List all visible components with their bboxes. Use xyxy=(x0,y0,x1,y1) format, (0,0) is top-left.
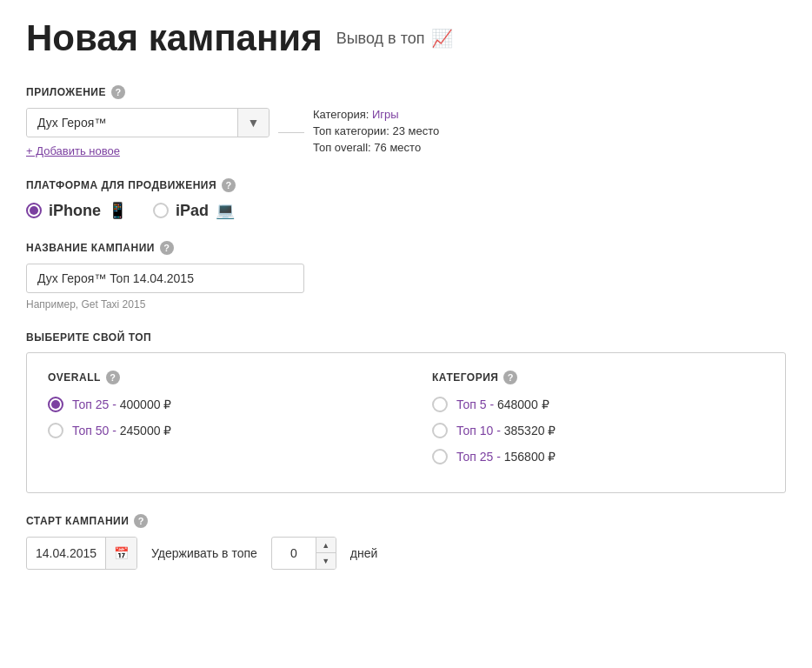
iphone-label: iPhone xyxy=(49,202,101,220)
date-input-wrapper: 📅 xyxy=(26,537,137,570)
category-top25-option[interactable]: Топ 25 - 156800 ₽ xyxy=(432,449,764,464)
platform-help-icon[interactable]: ? xyxy=(222,178,236,192)
subtitle-text: Вывод в топ xyxy=(336,30,425,48)
category-value: Игры xyxy=(372,108,399,121)
platform-label: ПЛАТФОРМА ДЛЯ ПРОДВИЖЕНИЯ ? xyxy=(26,178,786,192)
ipad-label: iPad xyxy=(176,202,209,220)
iphone-radio[interactable] xyxy=(26,203,42,218)
ipad-radio[interactable] xyxy=(153,203,169,218)
spinner-up-button[interactable]: ▲ xyxy=(316,538,336,553)
top-select-box: OVERALL ? Топ 25 - 400000 ₽ Топ 50 - 245… xyxy=(26,352,786,493)
application-label: ПРИЛОЖЕНИЕ ? xyxy=(26,85,786,99)
overall-column-label: OVERALL ? xyxy=(48,371,380,384)
category-top10-option[interactable]: Топ 10 - 385320 ₽ xyxy=(432,423,764,438)
overall-column: OVERALL ? Топ 25 - 400000 ₽ Топ 50 - 245… xyxy=(48,371,380,475)
hold-label: Удерживать в топе xyxy=(151,546,257,560)
app-select-wrapper: ▼ xyxy=(26,108,270,137)
hold-value-input[interactable] xyxy=(272,539,316,567)
platform-row: iPhone 📱 iPad 💻 xyxy=(26,201,786,220)
start-row: 📅 Удерживать в топе ▲ ▼ дней xyxy=(26,537,786,570)
spinner-buttons: ▲ ▼ xyxy=(316,538,336,569)
app-select-dropdown-button[interactable]: ▼ xyxy=(237,109,269,137)
category-top5-label: Топ 5 - 648000 ₽ xyxy=(456,397,549,411)
iphone-option[interactable]: iPhone 📱 xyxy=(26,201,127,220)
campaign-name-label: НАЗВАНИЕ КАМПАНИИ ? xyxy=(26,241,786,255)
top-overall-row: Топ overall: 76 место xyxy=(313,141,439,154)
overall-top25-radio[interactable] xyxy=(48,397,63,412)
campaign-name-hint: Например, Get Taxi 2015 xyxy=(26,298,786,311)
choose-top-section: ВЫБЕРИТЕ СВОЙ ТОП OVERALL ? Топ 25 - 400… xyxy=(26,331,786,493)
platform-section: ПЛАТФОРМА ДЛЯ ПРОДВИЖЕНИЯ ? iPhone 📱 iPa… xyxy=(26,178,786,220)
category-top25-label: Топ 25 - 156800 ₽ xyxy=(456,450,556,464)
page-header: Новая кампания Вывод в топ 📈 xyxy=(26,17,786,59)
iphone-icon: 📱 xyxy=(108,201,127,220)
iphone-radio-dot xyxy=(30,206,38,215)
overall-top50-radio[interactable] xyxy=(48,423,63,438)
campaign-name-section: НАЗВАНИЕ КАМПАНИИ ? Например, Get Taxi 2… xyxy=(26,241,786,311)
top-category-row: Топ категории: 23 место xyxy=(313,124,439,137)
category-top10-radio[interactable] xyxy=(432,423,448,438)
app-select-input[interactable] xyxy=(27,109,237,137)
add-new-link[interactable]: + Добавить новое xyxy=(26,144,270,157)
category-top5-radio[interactable] xyxy=(432,397,448,412)
start-help-icon[interactable]: ? xyxy=(134,514,148,528)
overall-top50-label: Топ 50 - 245000 ₽ xyxy=(72,424,171,438)
application-section: ПРИЛОЖЕНИЕ ? ▼ + Добавить новое Категори… xyxy=(26,85,786,157)
overall-top50-option[interactable]: Топ 50 - 245000 ₽ xyxy=(48,423,380,438)
page-title: Новая кампания xyxy=(26,17,323,59)
spinner-down-button[interactable]: ▼ xyxy=(316,553,336,569)
calendar-button[interactable]: 📅 xyxy=(105,538,136,569)
date-input[interactable] xyxy=(27,539,105,567)
page-subtitle: Вывод в топ 📈 xyxy=(336,28,454,49)
application-help-icon[interactable]: ? xyxy=(111,85,125,99)
category-column-label: КАТЕГОРИЯ ? xyxy=(432,371,764,384)
category-help-icon[interactable]: ? xyxy=(503,371,517,384)
overall-help-icon[interactable]: ? xyxy=(106,371,120,384)
overall-top25-label: Топ 25 - 400000 ₽ xyxy=(72,397,171,411)
category-top5-option[interactable]: Топ 5 - 648000 ₽ xyxy=(432,397,764,412)
category-row: Категория: Игры xyxy=(313,108,439,121)
category-column: КАТЕГОРИЯ ? Топ 5 - 648000 ₽ Топ 10 - 38… xyxy=(432,371,764,475)
ipad-icon: 💻 xyxy=(216,201,235,220)
chart-icon: 📈 xyxy=(431,28,453,49)
divider xyxy=(278,132,304,133)
category-top10-label: Топ 10 - 385320 ₽ xyxy=(456,424,556,438)
campaign-name-input[interactable] xyxy=(26,264,304,293)
days-label: дней xyxy=(350,546,378,560)
ipad-option[interactable]: iPad 💻 xyxy=(153,201,235,220)
category-top25-radio[interactable] xyxy=(432,449,448,464)
overall-top25-option[interactable]: Топ 25 - 400000 ₽ xyxy=(48,397,380,412)
app-select-row: ▼ + Добавить новое Категория: Игры Топ к… xyxy=(26,108,786,157)
campaign-name-help-icon[interactable]: ? xyxy=(160,241,174,255)
start-label: СТАРТ КАМПАНИИ ? xyxy=(26,514,786,528)
start-section: СТАРТ КАМПАНИИ ? 📅 Удерживать в топе ▲ ▼… xyxy=(26,514,786,570)
spinner-wrapper: ▲ ▼ xyxy=(271,537,336,570)
choose-top-label: ВЫБЕРИТЕ СВОЙ ТОП xyxy=(26,331,786,344)
app-info: Категория: Игры Топ категории: 23 место … xyxy=(313,108,439,157)
overall-top25-radio-dot xyxy=(51,400,60,409)
